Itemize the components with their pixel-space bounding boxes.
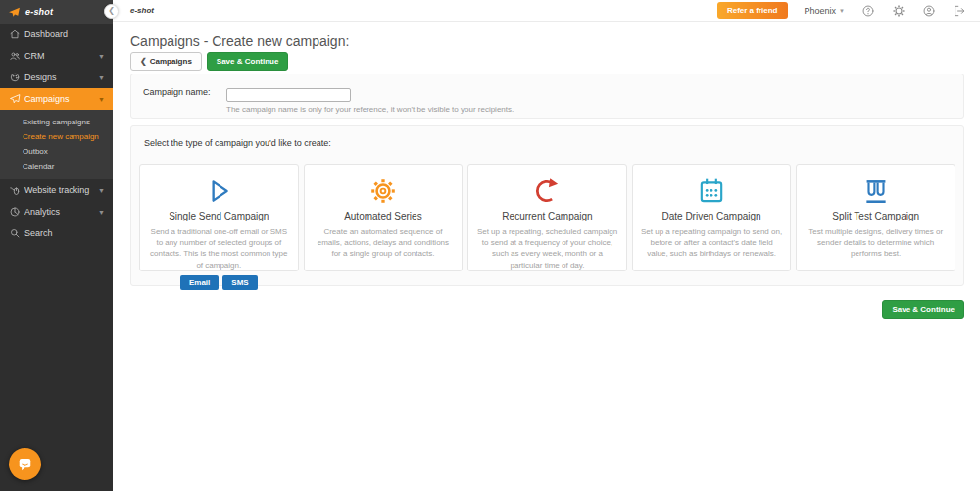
gear-icon: [305, 174, 463, 208]
card-description: Set up a repeating campaign to send on, …: [633, 226, 791, 260]
sidebar-item-label: Website tracking: [24, 185, 89, 195]
top-action-bar: ❮Campaigns Save & Continue: [130, 52, 288, 71]
circular-arrow-icon: [468, 174, 626, 208]
sidebar-item-label: Dashboard: [24, 29, 68, 39]
card-title: Single Send Campaign: [140, 211, 298, 221]
campaign-name-hint: The campaign name is only for your refer…: [226, 105, 514, 114]
card-description: Create an automated sequence of emails, …: [305, 226, 463, 260]
back-button-label: Campaigns: [150, 57, 192, 66]
sidebar-logo-text: e-shot: [25, 7, 53, 17]
account-menu[interactable]: Phoenix ▼: [805, 6, 845, 16]
campaign-name-input[interactable]: [226, 88, 351, 102]
sidebar-item-label: Campaigns: [24, 94, 70, 104]
card-title: Split Test Campaign: [797, 211, 955, 221]
sidebar-item-dashboard[interactable]: Dashboard: [0, 24, 113, 45]
card-title: Date Driven Campaign: [633, 211, 791, 221]
topbar: e-shot Refer a friend Phoenix ▼: [113, 0, 980, 22]
sidebar-item-analytics[interactable]: Analytics ▼: [0, 201, 113, 222]
logout-button[interactable]: [953, 4, 966, 18]
sidebar-collapse-button[interactable]: ❮: [104, 4, 119, 19]
magnifier-icon: [9, 227, 21, 239]
save-continue-button-bottom[interactable]: Save & Continue: [882, 300, 964, 319]
topbar-right-cluster: Refer a friend Phoenix ▼: [717, 2, 966, 19]
submenu-item-existing-campaigns[interactable]: Existing campaigns: [0, 115, 113, 129]
sidebar-item-campaigns[interactable]: Campaigns ▼: [0, 88, 113, 110]
campaign-type-cards: Single Send Campaign Send a traditional …: [139, 164, 956, 271]
sidebar-item-label: Search: [24, 228, 53, 238]
chat-bubble-icon: [16, 455, 34, 473]
users-icon: [9, 50, 21, 62]
settings-button[interactable]: [892, 4, 906, 18]
back-to-campaigns-button[interactable]: ❮Campaigns: [130, 52, 202, 71]
campaign-name-field-group: The campaign name is only for your refer…: [226, 84, 514, 118]
chevron-down-icon: ▼: [839, 8, 845, 14]
topbar-logo-text: e-shot: [130, 6, 154, 15]
card-description: Set up a repeating, scheduled campaign t…: [468, 226, 626, 270]
pie-chart-icon: [9, 206, 21, 218]
save-continue-button-top[interactable]: Save & Continue: [207, 52, 289, 71]
split-tubes-icon: [797, 174, 955, 208]
help-button[interactable]: [861, 4, 875, 18]
card-date-driven-campaign[interactable]: Date Driven Campaign Set up a repeating …: [632, 164, 792, 271]
sidebar-item-label: CRM: [24, 51, 45, 61]
calendar-icon: [633, 174, 791, 208]
single-send-buttons: Email SMS: [140, 275, 298, 290]
chevron-down-icon: ▼: [98, 53, 105, 60]
account-settings-button[interactable]: [922, 4, 936, 18]
chevron-down-icon: ▼: [98, 209, 105, 216]
campaign-name-panel: Campaign name: The campaign name is only…: [130, 74, 964, 119]
card-title: Recurrent Campaign: [468, 211, 626, 221]
card-title: Automated Series: [305, 211, 463, 221]
refer-a-friend-button[interactable]: Refer a friend: [717, 2, 788, 19]
sidebar-item-crm[interactable]: CRM ▼: [0, 45, 113, 67]
home-icon: [9, 28, 21, 40]
campaign-type-prompt: Select the type of campaign you'd like t…: [144, 138, 956, 148]
mouse-icon: [9, 184, 21, 196]
chevron-down-icon: ▼: [98, 96, 105, 103]
sidebar-item-website-tracking[interactable]: Website tracking ▼: [0, 179, 113, 201]
page-title: Campaigns - Create new campaign:: [130, 33, 349, 49]
sidebar-item-designs[interactable]: Designs ▼: [0, 67, 113, 88]
palette-icon: [9, 72, 21, 83]
sidebar-item-label: Designs: [24, 73, 57, 82]
sidebar: e-shot Dashboard CRM ▼ Designs ▼ Campaig…: [0, 0, 113, 491]
play-triangle-icon: [140, 174, 298, 208]
card-single-send-campaign[interactable]: Single Send Campaign Send a traditional …: [139, 164, 299, 271]
card-recurrent-campaign[interactable]: Recurrent Campaign Set up a repeating, s…: [467, 164, 627, 271]
sms-button[interactable]: SMS: [222, 275, 257, 290]
sidebar-item-search[interactable]: Search: [0, 222, 113, 244]
sidebar-logo: e-shot: [0, 0, 113, 24]
card-description: Test multiple designs, delivery times or…: [797, 226, 955, 260]
campaign-type-panel: Select the type of campaign you'd like t…: [130, 125, 964, 286]
sidebar-item-label: Analytics: [24, 207, 60, 217]
card-description: Send a traditional one-off email or SMS …: [140, 226, 298, 270]
account-icon: [922, 4, 936, 18]
submenu-item-calendar[interactable]: Calendar: [0, 159, 113, 173]
account-name: Phoenix: [805, 6, 837, 16]
paper-plane-icon: [9, 93, 21, 105]
help-icon: [861, 4, 875, 18]
submenu-item-create-new-campaign[interactable]: Create new campaign: [0, 129, 113, 144]
submenu-item-outbox[interactable]: Outbox: [0, 144, 113, 159]
logout-icon: [953, 4, 966, 18]
gear-icon: [892, 4, 906, 18]
card-automated-series[interactable]: Automated Series Create an automated seq…: [304, 164, 464, 271]
chevron-down-icon: ▼: [98, 74, 105, 81]
main-content: Campaigns - Create new campaign: ❮Campai…: [113, 22, 980, 491]
chevron-left-icon: ❮: [140, 57, 147, 66]
card-split-test-campaign[interactable]: Split Test Campaign Test multiple design…: [796, 164, 956, 271]
chat-launcher-button[interactable]: [9, 448, 41, 480]
paper-plane-logo-icon: [8, 6, 21, 19]
email-button[interactable]: Email: [180, 275, 219, 290]
campaign-name-label: Campaign name:: [143, 84, 226, 118]
campaigns-submenu: Existing campaigns Create new campaign O…: [0, 110, 113, 179]
chevron-down-icon: ▼: [98, 187, 105, 194]
